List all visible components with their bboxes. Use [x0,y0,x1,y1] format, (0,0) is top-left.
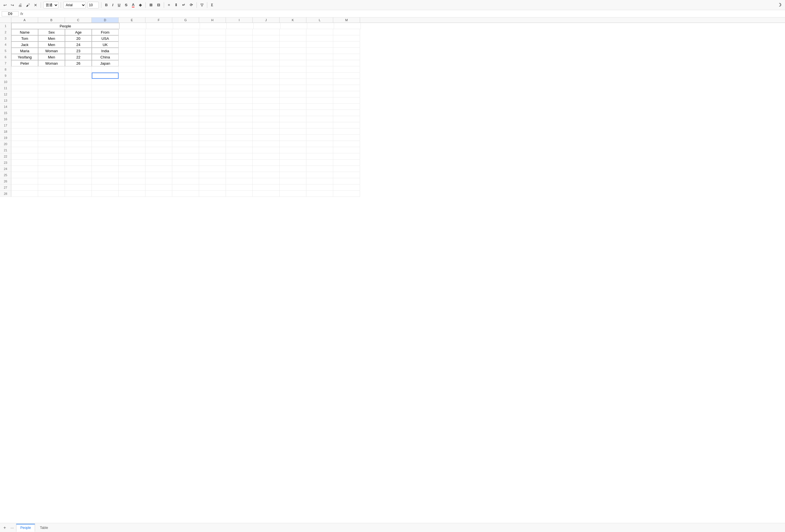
cell-D7[interactable]: Japan [92,60,119,66]
cell-B20[interactable] [38,141,65,147]
cell-A20[interactable] [11,141,38,147]
cell-C17[interactable] [65,122,92,128]
cell-H20[interactable] [199,141,226,147]
cell-L9[interactable] [306,73,333,79]
cell-B21[interactable] [38,147,65,153]
cell-F11[interactable] [146,85,172,91]
cell-D18[interactable] [92,128,119,135]
cell-C23[interactable] [65,159,92,166]
cell-L12[interactable] [306,91,333,97]
cell-H11[interactable] [199,85,226,91]
cell-A18[interactable] [11,128,38,135]
cell-I19[interactable] [226,135,253,141]
cell-I20[interactable] [226,141,253,147]
cell-L3[interactable] [306,35,333,42]
cell-J8[interactable] [253,66,280,73]
cell-H17[interactable] [199,122,226,128]
cell-B27[interactable] [38,184,65,191]
cell-M18[interactable] [333,128,360,135]
cell-C6[interactable]: 22 [65,54,92,60]
cell-G4[interactable] [172,42,199,48]
cell-B4[interactable]: Men [38,42,65,48]
cell-L21[interactable] [306,147,333,153]
cell-F17[interactable] [146,122,172,128]
cell-K12[interactable] [280,91,306,97]
cell-F13[interactable] [146,97,172,104]
highlight-button[interactable]: ◆ [137,2,143,8]
cell-B3[interactable]: Men [38,35,65,42]
more-sheets-button[interactable]: ··· [8,524,16,531]
cell-C14[interactable] [65,104,92,110]
cell-G1[interactable] [173,23,200,29]
cell-E9[interactable] [119,73,146,79]
cell-I23[interactable] [226,159,253,166]
cell-D10[interactable] [92,79,119,85]
cell-M21[interactable] [333,147,360,153]
col-header-K[interactable]: K [280,18,306,23]
cell-D15[interactable] [92,110,119,116]
cell-A17[interactable] [11,122,38,128]
cell-F1[interactable] [146,23,173,29]
cell-K15[interactable] [280,110,306,116]
cell-J1[interactable] [254,23,280,29]
cell-E27[interactable] [119,184,146,191]
cell-G5[interactable] [172,48,199,54]
cell-G26[interactable] [172,178,199,184]
rotate-button[interactable]: ⟳ [188,2,194,8]
cell-M24[interactable] [333,166,360,172]
cell-B2[interactable]: Sex [38,29,65,35]
format-select[interactable]: 普通 [43,2,58,8]
cell-I9[interactable] [226,73,253,79]
cell-E22[interactable] [119,153,146,159]
cell-E16[interactable] [119,116,146,122]
cell-E17[interactable] [119,122,146,128]
cell-M23[interactable] [333,159,360,166]
add-sheet-button[interactable]: + [1,524,8,531]
cell-E8[interactable] [119,66,146,73]
cell-D3[interactable]: USA [92,35,119,42]
cell-J16[interactable] [253,116,280,122]
cell-K10[interactable] [280,79,306,85]
cell-K22[interactable] [280,153,306,159]
cell-L7[interactable] [306,60,333,66]
cell-E3[interactable] [119,35,146,42]
merge-button[interactable]: ⊟ [156,2,161,8]
cell-M28[interactable] [333,191,360,197]
cell-I22[interactable] [226,153,253,159]
cell-A26[interactable] [11,178,38,184]
cell-H28[interactable] [199,191,226,197]
cell-G28[interactable] [172,191,199,197]
cell-B15[interactable] [38,110,65,116]
cell-G17[interactable] [172,122,199,128]
cell-H10[interactable] [199,79,226,85]
cell-D21[interactable] [92,147,119,153]
cell-D23[interactable] [92,159,119,166]
valign-button[interactable]: ⇕ [173,2,179,8]
cell-I25[interactable] [226,172,253,178]
cell-J19[interactable] [253,135,280,141]
cell-C4[interactable]: 24 [65,42,92,48]
cell-M6[interactable] [333,54,360,60]
cell-J3[interactable] [253,35,280,42]
cell-I4[interactable] [226,42,253,48]
cell-E12[interactable] [119,91,146,97]
cell-A14[interactable] [11,104,38,110]
cell-L20[interactable] [306,141,333,147]
cell-I16[interactable] [226,116,253,122]
cell-I21[interactable] [226,147,253,153]
cell-L26[interactable] [306,178,333,184]
cell-B10[interactable] [38,79,65,85]
cell-E25[interactable] [119,172,146,178]
cell-M3[interactable] [333,35,360,42]
font-color-button[interactable]: A [130,2,136,8]
align-button[interactable]: ≡ [166,2,171,8]
cell-C13[interactable] [65,97,92,104]
col-header-M[interactable]: M [333,18,360,23]
cell-F12[interactable] [146,91,172,97]
cell-C15[interactable] [65,110,92,116]
cell-B28[interactable] [38,191,65,197]
cell-L11[interactable] [306,85,333,91]
cell-G24[interactable] [172,166,199,172]
cell-F23[interactable] [146,159,172,166]
cell-H23[interactable] [199,159,226,166]
